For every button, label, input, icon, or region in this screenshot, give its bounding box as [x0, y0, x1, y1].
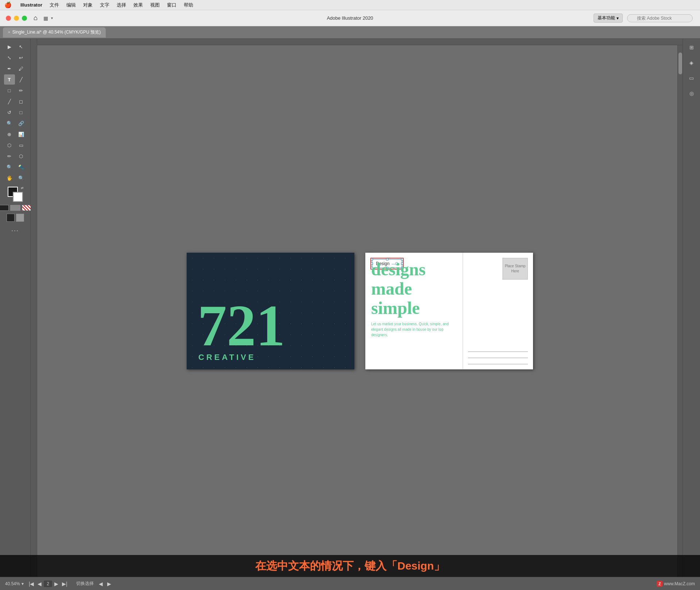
home-icon[interactable]: ⌂ — [34, 14, 38, 22]
ruler-left — [31, 39, 37, 577]
rotate-tool[interactable]: ↺ — [4, 107, 15, 117]
more-tools[interactable]: ... — [11, 225, 19, 233]
reflect-tool[interactable]: □ — [16, 107, 27, 117]
hand-tools: 🖐 🔍 — [4, 173, 27, 183]
main-layout: ▶ ↖ ⤡ ↩ ✒ 🖊 T ╱ □ ✏ ╱ ◻ ↺ □ 🔍 🔗 — [0, 39, 700, 577]
macz-badge: Z www.MacZ.com — [657, 581, 695, 587]
page-number[interactable]: 2 — [44, 581, 52, 587]
arrow-left-btn[interactable]: ◀ — [97, 580, 104, 587]
first-page-btn[interactable]: |◀ — [27, 580, 36, 587]
width-tool[interactable]: ⊕ — [4, 129, 15, 139]
pencil-tool[interactable]: ╱ — [4, 96, 15, 106]
designs-title: designs made simple — [371, 260, 457, 318]
workspace-label: 基本功能 — [598, 15, 615, 21]
gradient-tools: 🔍 🔦 — [4, 162, 27, 172]
lasso-tool[interactable]: ⤡ — [4, 53, 15, 63]
tab-single-line[interactable]: × Single_Line.ai* @ 40.54% (CMYK/GPU 预览) — [3, 27, 106, 38]
search-wrapper: 🔍 — [627, 14, 693, 22]
appearance-panel-btn[interactable]: ◎ — [686, 88, 697, 99]
hand-tool[interactable]: 🖐 — [4, 173, 15, 183]
pen-tools: ⤡ ↩ — [4, 53, 27, 63]
address-line-1 — [468, 352, 528, 352]
line-tool[interactable]: ╱ — [16, 74, 27, 85]
paintbrush-tool[interactable]: ✏ — [16, 85, 27, 96]
minimize-button[interactable] — [14, 16, 19, 21]
menu-file[interactable]: 文件 — [46, 1, 63, 9]
mesh-tool[interactable]: ⬡ — [16, 151, 27, 161]
workspace-button[interactable]: 基本功能 ▾ — [594, 13, 623, 23]
properties-panel-btn[interactable]: ⊞ — [686, 42, 697, 53]
layout-icon[interactable]: ▦ — [43, 15, 48, 21]
zoom-display[interactable]: 40.54% ▾ — [5, 581, 24, 586]
menu-select[interactable]: 选择 — [113, 1, 130, 9]
tab-close-icon[interactable]: × — [8, 30, 10, 34]
shape-tools: □ ✏ — [4, 85, 27, 96]
menu-bar: 🍎 Illustrator 文件 编辑 对象 文字 选择 效果 视图 窗口 帮助 — [0, 0, 700, 10]
rectangle-tool[interactable]: □ — [4, 85, 15, 96]
address-line-3 — [468, 364, 528, 364]
apple-menu[interactable]: 🍎 — [4, 1, 12, 8]
tabs-bar: × Single_Line.ai* @ 40.54% (CMYK/GPU 预览) — [0, 26, 700, 39]
last-page-btn[interactable]: ▶| — [61, 580, 69, 587]
swap-icon-small[interactable] — [10, 205, 20, 211]
screen-mode-btn[interactable] — [16, 214, 24, 222]
menu-edit[interactable]: 编辑 — [63, 1, 79, 9]
address-lines — [468, 352, 528, 364]
artboard-left: 721 CREATIVE — [187, 253, 354, 369]
menu-window[interactable]: 窗口 — [163, 1, 180, 9]
type-tool[interactable]: T — [4, 74, 15, 85]
title-bar: ⌂ ▦ ▾ Adobe Illustrator 2020 基本功能 ▾ 🔍 — [0, 10, 700, 26]
gradient-tool[interactable]: 🔍 — [4, 162, 15, 172]
graph-tool[interactable]: 📊 — [16, 129, 27, 139]
menu-object[interactable]: 对象 — [79, 1, 96, 9]
instruction-bar: 在选中文本的情况下，键入「Design」 — [0, 555, 700, 577]
prev-page-btn[interactable]: ◀ — [36, 580, 43, 587]
menu-view[interactable]: 视图 — [147, 1, 163, 9]
blend-tool[interactable]: ✏ — [4, 151, 15, 161]
status-bar: 40.54% ▾ |◀ ◀ 2 ▶ ▶| 切换选择 ◀ ▶ Z www.MacZ… — [0, 577, 700, 590]
stamp-box: Place Stamp Here — [502, 258, 528, 280]
address-line-2 — [468, 358, 528, 358]
layers-panel-btn[interactable]: ◈ — [686, 57, 697, 69]
layout-chevron-icon[interactable]: ▾ — [51, 16, 53, 20]
pencil-tools: ╱ ◻ — [4, 96, 27, 106]
scrollbar-thumb[interactable] — [678, 53, 682, 74]
close-button[interactable] — [6, 16, 11, 21]
pen-tool[interactable]: ✒ — [4, 63, 15, 74]
select-tool[interactable]: ▶ — [4, 42, 15, 52]
menu-effect[interactable]: 效果 — [130, 1, 147, 9]
curvature-tool[interactable]: 🖊 — [16, 63, 27, 74]
puppet-warp-tool[interactable]: 🔗 — [16, 118, 27, 128]
search-input[interactable] — [627, 14, 693, 22]
swap-colors-icon[interactable]: ⇌ — [21, 186, 24, 190]
traffic-lights: ⌂ ▦ ▾ — [6, 14, 53, 22]
company-name: CREATIVE — [198, 353, 256, 362]
background-color[interactable] — [13, 192, 23, 202]
zoom-value: 40.54% — [5, 581, 20, 586]
libraries-panel-btn[interactable]: ▭ — [686, 72, 697, 84]
none-color[interactable] — [0, 205, 9, 211]
status-text: 切换选择 — [76, 581, 94, 587]
menu-help[interactable]: 帮助 — [180, 1, 197, 9]
toolbar: ▶ ↖ ⤡ ↩ ✒ 🖊 T ╱ □ ✏ ╱ ◻ ↺ □ 🔍 🔗 — [0, 39, 31, 577]
direct-select-tool[interactable]: ↖ — [16, 42, 27, 52]
shaper-tool[interactable]: ◻ — [16, 96, 27, 106]
zoom-tool[interactable]: 🔍 — [16, 173, 27, 183]
column-graph-tool[interactable]: ▭ — [16, 140, 27, 150]
arrow-right-btn[interactable]: ▶ — [106, 580, 113, 587]
menu-illustrator[interactable]: Illustrator — [17, 1, 46, 8]
magic-wand-tool[interactable]: ↩ — [16, 53, 27, 63]
color-mode-btn[interactable] — [7, 214, 15, 222]
instruction-after: 」 — [434, 560, 445, 572]
instruction-text: 在选中文本的情况下，键入「Design」 — [255, 559, 445, 574]
scrollbar-right[interactable] — [677, 45, 682, 577]
warp-tools: ⊕ 📊 — [4, 129, 27, 139]
menu-text[interactable]: 文字 — [96, 1, 113, 9]
scale-tool[interactable]: 🔍 — [4, 118, 15, 128]
maximize-button[interactable] — [22, 16, 27, 21]
color-boxes: ⇌ — [8, 187, 23, 202]
eyedropper-tool[interactable]: 🔦 — [16, 162, 27, 172]
instruction-before: 在选中文本的情况下，键入「 — [255, 560, 397, 572]
next-page-btn[interactable]: ▶ — [53, 580, 60, 587]
symbol-tool[interactable]: ⬡ — [4, 140, 15, 150]
